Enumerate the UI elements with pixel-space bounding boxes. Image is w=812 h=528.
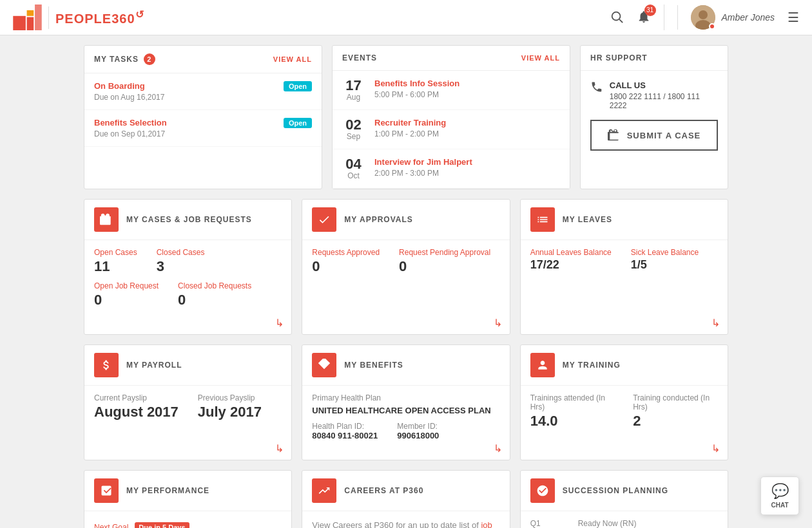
svg-line-5	[619, 19, 623, 23]
tasks-list: On Boarding Due on Aug 16,2017 Open Bene…	[84, 73, 322, 147]
training-card: MY TRAINING Trainings attended (In Hrs) …	[520, 344, 728, 460]
benefits-icon-wrap	[312, 353, 336, 377]
training-card-title: MY TRAINING	[563, 361, 621, 370]
task-detail: On Boarding Due on Aug 16,2017	[94, 81, 164, 102]
notification-button[interactable]: 31	[637, 10, 651, 26]
search-button[interactable]	[610, 10, 624, 26]
leaves-card-title: MY LEAVES	[563, 215, 612, 224]
event-date: 04 Oct	[342, 157, 365, 180]
leaves-icon	[536, 213, 549, 226]
header-separator	[664, 5, 664, 30]
avatar-wrapper	[691, 5, 715, 30]
approved-value: 0	[312, 258, 380, 275]
previous-payslip-value: July 2017	[198, 404, 262, 420]
pending-value: 0	[399, 258, 490, 275]
menu-button[interactable]: ☰	[788, 10, 799, 25]
pending-label: Request Pending Approval	[399, 248, 490, 257]
payroll-card-arrow: ↳	[275, 442, 284, 455]
goal-label: Next Goal	[94, 523, 128, 528]
goal-header: Next Goal Due in 5 Days	[94, 522, 282, 528]
closed-job-stat: Closed Job Requests 0	[178, 281, 251, 308]
approved-stat: Requests Approved 0	[312, 248, 380, 275]
approvals-icon	[318, 213, 331, 226]
conducted-label: Training conducted (In Hrs)	[633, 393, 718, 411]
hr-panel: HR SUPPORT CALL US 1800 222 1111 / 1800 …	[580, 45, 728, 189]
tasks-panel-header: MY TASKS 2 VIEW ALL	[84, 46, 322, 73]
avatar-online-indicator	[709, 23, 715, 30]
closed-cases-label: Closed Cases	[157, 248, 205, 257]
careers-link[interactable]: job openings	[312, 520, 492, 528]
svg-rect-1	[27, 10, 34, 16]
previous-payslip-label: Previous Payslip	[198, 393, 262, 402]
benefits-plan-name: UNITED HEALTHCARE OPEN ACCESS PLAN	[312, 406, 499, 415]
training-icon-wrap	[530, 353, 555, 377]
phone-icon	[590, 80, 603, 93]
hr-panel-title: HR SUPPORT	[590, 53, 648, 62]
tasks-view-all[interactable]: VIEW ALL	[273, 55, 312, 63]
performance-card-body: Next Goal Due in 5 Days Complete Salescl…	[84, 511, 291, 528]
closed-job-label: Closed Job Requests	[178, 281, 251, 290]
payroll-card-body: Current Payslip August 2017 Previous Pay…	[84, 386, 291, 446]
performance-card-title: MY PERFORMANCE	[126, 486, 209, 495]
logo-section: PEOPLE360↺	[13, 5, 144, 30]
user-name-display: Amber Jones	[722, 12, 775, 23]
search-icon	[610, 10, 624, 24]
header: PEOPLE360↺ 31	[0, 0, 812, 35]
cases-card-title: MY CASES & JOB REQUESTS	[126, 215, 252, 224]
approvals-stats-row: Requests Approved 0 Request Pending Appr…	[312, 248, 499, 275]
attended-stat: Trainings attended (In Hrs) 14.0	[530, 393, 614, 429]
annual-leaves-stat: Annual Leaves Balance 17/22	[530, 248, 612, 272]
call-us-number: 1800 222 1111 / 1800 111 2222	[610, 92, 718, 110]
current-payslip-value: August 2017	[94, 404, 179, 420]
performance-icon	[100, 484, 113, 497]
conducted-stat: Training conducted (In Hrs) 2	[633, 393, 718, 429]
chat-button[interactable]: 💬 CHAT	[760, 476, 799, 515]
call-us-title: CALL US	[610, 80, 718, 90]
event-detail: Recruiter Training 1:00 PM - 2:00 PM	[374, 118, 446, 141]
cases-card: MY CASES & JOB REQUESTS Open Cases 11 Cl…	[84, 199, 292, 335]
current-payslip-stat: Current Payslip August 2017	[94, 393, 179, 420]
leaves-card-arrow: ↳	[711, 317, 720, 329]
header-right: 31 Amber Jones ☰	[610, 5, 799, 30]
goal-section: Next Goal Due in 5 Days Complete Salescl…	[94, 522, 282, 528]
q1-stat: Q1 13%	[530, 519, 559, 528]
health-plan-label: Health Plan ID:	[312, 422, 378, 431]
leaves-card: MY LEAVES Annual Leaves Balance 17/22 Si…	[520, 199, 728, 335]
call-us-detail: CALL US 1800 222 1111 / 1800 111 2222	[610, 80, 718, 110]
conducted-value: 2	[633, 413, 718, 429]
succession-icon	[536, 484, 549, 497]
training-card-arrow: ↳	[711, 442, 720, 455]
closed-cases-value: 3	[157, 258, 205, 275]
succession-icon-wrap	[530, 478, 555, 503]
submit-case-button[interactable]: SUBMIT A CASE	[590, 120, 718, 151]
succession-card-header: SUCCESSION PLANNING	[521, 471, 728, 511]
user-section: Amber Jones	[677, 5, 775, 30]
dashboard-cards: MY CASES & JOB REQUESTS Open Cases 11 Cl…	[84, 199, 728, 528]
task-item: On Boarding Due on Aug 16,2017 Open	[84, 73, 322, 110]
sick-leaves-label: Sick Leave Balance	[631, 248, 699, 257]
performance-card-header: MY PERFORMANCE	[84, 471, 291, 511]
task-item: Benefits Selection Due on Sep 01,2017 Op…	[84, 110, 322, 147]
cases-stats-row1: Open Cases 11 Closed Cases 3	[94, 248, 282, 275]
events-view-all[interactable]: VIEW ALL	[521, 54, 560, 62]
app-logo-text: PEOPLE360↺	[55, 8, 144, 26]
attended-value: 14.0	[530, 413, 614, 429]
training-card-body: Trainings attended (In Hrs) 14.0 Trainin…	[521, 386, 728, 455]
closed-job-value: 0	[178, 292, 251, 308]
list-item: 02 Sep Recruiter Training 1:00 PM - 2:00…	[333, 110, 570, 149]
cases-card-body: Open Cases 11 Closed Cases 3 Open Job Re…	[84, 240, 291, 334]
open-cases-value: 11	[94, 258, 137, 275]
events-panel-header: EVENTS VIEW ALL	[333, 46, 570, 71]
benefits-card-header: MY BENEFITS	[302, 345, 509, 386]
open-job-value: 0	[94, 292, 159, 308]
payroll-card-header: MY PAYROLL	[84, 345, 291, 386]
closed-cases-stat: Closed Cases 3	[157, 248, 205, 275]
cases-card-header: MY CASES & JOB REQUESTS	[84, 200, 291, 240]
svg-point-4	[612, 12, 620, 20]
notification-badge: 31	[644, 5, 656, 16]
member-id: Member ID: 990618000	[397, 422, 439, 440]
payroll-card: MY PAYROLL Current Payslip August 2017 P…	[84, 344, 292, 460]
hr-panel-content: CALL US 1800 222 1111 / 1800 111 2222 SU…	[581, 71, 728, 160]
payroll-icon-wrap	[94, 353, 119, 377]
payroll-icon	[100, 359, 113, 372]
